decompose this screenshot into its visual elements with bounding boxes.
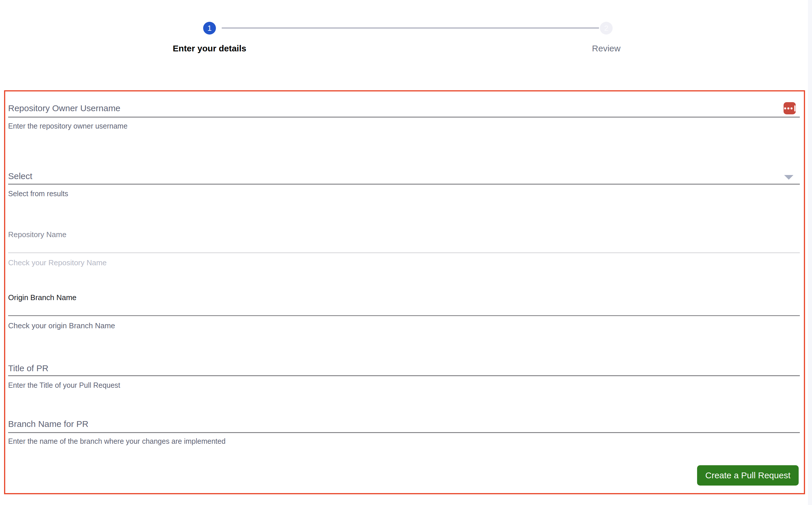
repository-name-underline [8, 252, 800, 253]
select-label: Select [8, 171, 32, 181]
repository-name-label: Repository Name [8, 230, 66, 239]
origin-branch-name-underline [8, 315, 800, 316]
origin-branch-name-label: Origin Branch Name [8, 293, 76, 302]
pr-title-label: Title of PR [8, 363, 48, 373]
step-1-number: 1 [207, 24, 212, 33]
create-pull-request-button[interactable]: Create a Pull Request [697, 465, 799, 486]
repository-owner-username-helper: Enter the repository owner username [8, 122, 128, 130]
pr-branch-name-field[interactable]: Branch Name for PR Enter the name of the… [8, 418, 800, 446]
lastpass-bar [794, 105, 795, 112]
step-2-circle[interactable]: 2 [600, 22, 613, 34]
repository-owner-username-underline [8, 117, 800, 118]
chevron-down-icon [784, 175, 793, 180]
select-results-dropdown[interactable]: Select Select from results [8, 170, 800, 199]
origin-branch-name-helper: Check your origin Branch Name [8, 321, 115, 330]
lastpass-autofill-icon[interactable] [784, 102, 796, 114]
pr-title-underline [8, 375, 800, 376]
pr-title-field[interactable]: Title of PR Enter the Title of your Pull… [8, 362, 800, 389]
lastpass-dot [791, 108, 793, 110]
repository-owner-username-label: Repository Owner Username [8, 103, 121, 113]
step-1-circle[interactable]: 1 [203, 22, 216, 34]
lastpass-dot [787, 108, 789, 110]
select-helper: Select from results [8, 189, 68, 198]
repository-name-placeholder: Check your Repository Name [8, 258, 107, 267]
pr-branch-name-label: Branch Name for PR [8, 419, 88, 429]
origin-branch-name-field[interactable]: Origin Branch Name Check your origin Bra… [8, 292, 800, 331]
repository-owner-username-field[interactable]: Repository Owner Username Enter the repo… [8, 102, 800, 135]
stepper-connector-line [222, 28, 599, 28]
repository-name-field[interactable]: Repository Name Check your Repository Na… [8, 229, 800, 269]
lastpass-dot [784, 108, 786, 110]
step-1-label: Enter your details [173, 43, 246, 53]
select-underline [8, 184, 800, 185]
pr-branch-name-helper: Enter the name of the branch where your … [8, 437, 225, 446]
pr-title-helper: Enter the Title of your Pull Request [8, 381, 120, 389]
app-background: 1 2 Enter your details Review Repository… [0, 0, 808, 505]
step-2-label: Review [592, 43, 620, 53]
step-2-number: 2 [604, 24, 608, 33]
pr-branch-name-underline [8, 432, 800, 433]
